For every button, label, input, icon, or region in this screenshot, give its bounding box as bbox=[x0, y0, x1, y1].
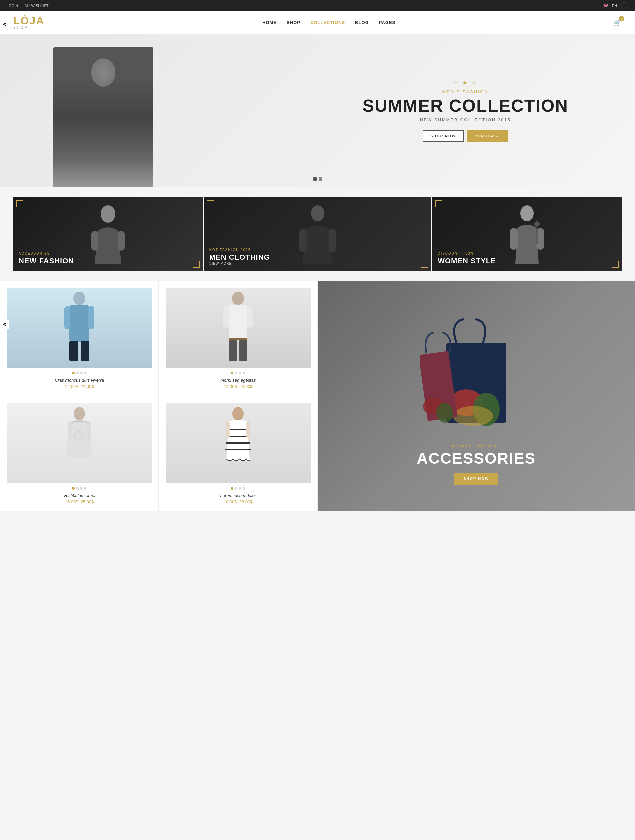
product-card-1[interactable]: Cras rhoncus duis viverra 12.00$–21.00$ bbox=[0, 281, 159, 396]
product-price-3: 15.00$–25.00$ bbox=[7, 499, 152, 504]
header: LÒJA SHOP HOME SHOP COLLECTIONS BLOG PAG… bbox=[0, 11, 635, 34]
product-figure-1 bbox=[63, 291, 96, 364]
svg-point-39 bbox=[453, 406, 493, 426]
product-price-2: 12.00$–23.00$ bbox=[166, 384, 310, 389]
bag-svg bbox=[420, 316, 533, 449]
gear-icon: ⚙ bbox=[3, 22, 7, 27]
logo-line bbox=[13, 30, 44, 30]
product-dots-3 bbox=[7, 487, 152, 489]
hero-dot-1[interactable] bbox=[313, 177, 317, 181]
product-figure-4 bbox=[223, 406, 253, 480]
cat-label-1: ACCESSORIES bbox=[19, 252, 197, 255]
cat-title-1: NEW FASHION bbox=[19, 257, 197, 265]
cat-title-2: MEN CLOTHING bbox=[209, 253, 426, 262]
hero-description: NEW SUMMER COLLECTION 2015 bbox=[362, 118, 568, 122]
bag-decoration bbox=[420, 316, 533, 449]
logo-ja: JA bbox=[29, 15, 44, 27]
product-card-3[interactable]: Vestibulum amet 15.00$–25.00$ bbox=[0, 396, 159, 512]
dot-3-1 bbox=[76, 487, 79, 489]
svg-rect-13 bbox=[64, 306, 70, 329]
nav-blog[interactable]: BLOG bbox=[355, 20, 369, 25]
svg-point-17 bbox=[232, 292, 244, 305]
cat-overlay-1: ACCESSORIES NEW FASHION bbox=[13, 246, 203, 271]
cat-label-2: HOT FASHION 2015 bbox=[209, 248, 426, 252]
dot-active bbox=[72, 372, 75, 374]
product-name-1: Cras rhoncus duis viverra bbox=[7, 378, 152, 383]
svg-rect-14 bbox=[88, 306, 94, 329]
banner-label: LATEST ITEM 2015 bbox=[417, 443, 535, 447]
product-dots-2 bbox=[166, 372, 310, 374]
product-figure-2 bbox=[221, 291, 255, 364]
shop-now-button[interactable]: SHOP NOW bbox=[423, 130, 464, 142]
product-figure-3 bbox=[64, 406, 94, 480]
svg-rect-27 bbox=[68, 422, 72, 440]
svg-point-9 bbox=[534, 221, 540, 227]
svg-point-11 bbox=[73, 292, 85, 305]
language-flag: 🇬🇧 bbox=[603, 4, 608, 8]
accessories-banner: LATEST ITEM 2015 ACCESSORIES SHOP NOW bbox=[318, 281, 635, 512]
svg-rect-12 bbox=[70, 305, 89, 342]
dot-4-3 bbox=[243, 487, 245, 489]
gear-icon-2: ⚙ bbox=[3, 322, 7, 327]
category-new-fashion[interactable]: ACCESSORIES NEW FASHION bbox=[13, 197, 203, 271]
dot-3-3 bbox=[84, 487, 87, 489]
product-image-3 bbox=[7, 403, 152, 483]
settings-gear-top[interactable]: ⚙ bbox=[0, 20, 9, 29]
hero-section: ☆ ★ ☆ MEN'S FASHION SUMMER COLLECTION NE… bbox=[0, 34, 635, 187]
product-card-4[interactable]: Lorem ipsum dolor 18.00$–28.00$ bbox=[159, 396, 318, 512]
hero-subtitle: MEN'S FASHION bbox=[362, 89, 568, 94]
logo-text: LÒJA bbox=[13, 15, 44, 27]
dot-1 bbox=[76, 372, 79, 374]
cat-overlay-3: DISCOUNT - 50% WOMEN STYLE bbox=[432, 246, 622, 271]
cart-icon[interactable]: 🛒 0 bbox=[613, 19, 622, 27]
svg-rect-19 bbox=[223, 306, 229, 328]
header-right: 🛒 0 bbox=[613, 19, 622, 27]
svg-rect-35 bbox=[246, 422, 250, 438]
dot-2-3 bbox=[243, 372, 245, 374]
top-bar: LOGIN MY WISHLIST 🇬🇧 EN bbox=[0, 0, 635, 11]
dot-4-2 bbox=[239, 487, 241, 489]
product-card-2[interactable]: Morbi sed egestas 12.00$–23.00$ bbox=[159, 281, 318, 396]
nav-pages[interactable]: PAGES bbox=[379, 20, 396, 25]
category-women-style[interactable]: DISCOUNT - 50% WOMEN STYLE bbox=[432, 197, 622, 271]
top-bar-left: LOGIN MY WISHLIST bbox=[7, 4, 49, 8]
logo[interactable]: LÒJA SHOP bbox=[13, 15, 44, 30]
search-icon[interactable] bbox=[621, 2, 628, 9]
dot-3 bbox=[84, 372, 87, 374]
login-link[interactable]: LOGIN bbox=[7, 4, 18, 8]
hero-dot-2[interactable] bbox=[319, 177, 322, 181]
wishlist-link[interactable]: MY WISHLIST bbox=[25, 4, 48, 8]
product-image-2 bbox=[166, 288, 310, 368]
product-name-4: Lorem ipsum dolor bbox=[166, 493, 310, 498]
cat-link-2[interactable]: VIEW MORE bbox=[209, 262, 426, 265]
product-image-4 bbox=[166, 403, 310, 483]
nav-home[interactable]: HOME bbox=[262, 20, 276, 25]
main-nav: HOME SHOP COLLECTIONS BLOG PAGES bbox=[262, 20, 395, 25]
language-selector[interactable]: EN bbox=[612, 4, 617, 8]
hero-buttons: SHOP NOW PURCHASE bbox=[362, 130, 568, 142]
dot-2-2 bbox=[239, 372, 241, 374]
dot-4-1 bbox=[235, 487, 237, 489]
banner-title: ACCESSORIES bbox=[417, 449, 535, 467]
product-price-1: 12.00$–21.00$ bbox=[7, 384, 152, 389]
settings-gear-middle[interactable]: ⚙ bbox=[0, 320, 9, 329]
svg-rect-22 bbox=[229, 340, 237, 361]
svg-rect-16 bbox=[81, 341, 89, 361]
dot-3-2 bbox=[80, 487, 83, 489]
svg-point-0 bbox=[101, 205, 115, 223]
cat-title-3: WOMEN STYLE bbox=[438, 257, 616, 265]
category-men-clothing[interactable]: HOT FASHION 2015 MEN CLOTHING VIEW MORE bbox=[204, 197, 431, 271]
hero-title: SUMMER COLLECTION bbox=[362, 97, 568, 114]
cart-badge: 0 bbox=[619, 16, 624, 21]
dot-active-3 bbox=[72, 487, 75, 489]
svg-point-24 bbox=[74, 407, 85, 420]
banner-shop-now-button[interactable]: SHOP NOW bbox=[454, 473, 498, 485]
product-name-3: Vestibulum amet bbox=[7, 493, 152, 498]
svg-rect-18 bbox=[229, 305, 247, 338]
dot-2 bbox=[80, 372, 83, 374]
product-name-2: Morbi sed egestas bbox=[166, 378, 310, 383]
nav-collections[interactable]: COLLECTIONS bbox=[310, 20, 345, 25]
nav-shop[interactable]: SHOP bbox=[287, 20, 300, 25]
purchase-button[interactable]: PURCHASE bbox=[467, 130, 508, 142]
cat-overlay-2: HOT FASHION 2015 MEN CLOTHING VIEW MORE bbox=[204, 197, 431, 271]
